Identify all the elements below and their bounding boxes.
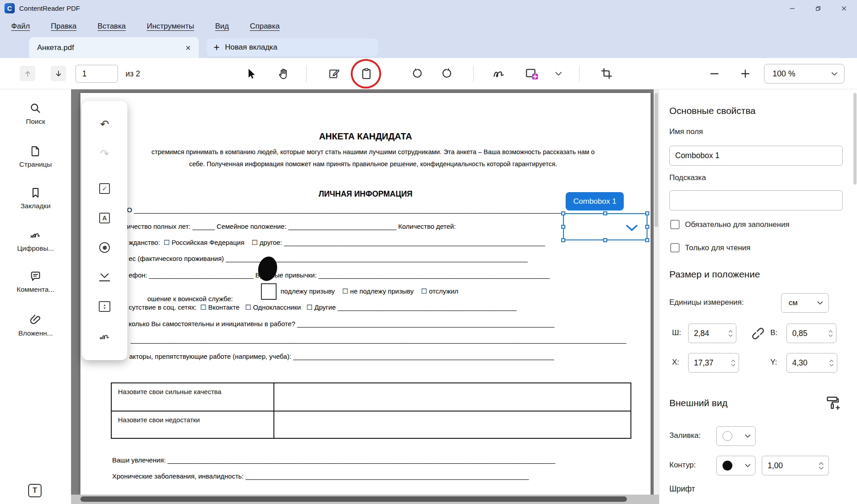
maximize-button[interactable]	[805, 0, 831, 17]
crop-tool-button[interactable]	[599, 66, 614, 81]
zoom-out-button[interactable]	[706, 66, 722, 81]
units-select[interactable]: см	[781, 293, 829, 313]
page-down-button[interactable]	[50, 66, 66, 81]
required-checkbox[interactable]	[670, 220, 680, 229]
checkbox-tool-icon: ✓	[99, 183, 110, 194]
radio-dot	[103, 246, 107, 250]
hand-tool-button[interactable]	[276, 66, 291, 81]
rotate-right-button[interactable]	[439, 66, 455, 81]
stroke-color-swatch	[723, 461, 732, 470]
sidebar-item-search[interactable]: Поиск	[0, 102, 71, 126]
width-input[interactable]: 2,84	[688, 323, 736, 343]
app-logo-icon: C	[4, 3, 15, 13]
doc-title: АНКЕТА КАНДИДАТА	[80, 131, 651, 142]
readonly-checkbox[interactable]	[670, 243, 680, 252]
undo-button[interactable]: ↶	[95, 114, 114, 134]
selection-handle[interactable]	[561, 225, 565, 229]
x-spinner[interactable]	[731, 360, 735, 366]
clipboard-tool-button[interactable]	[358, 66, 374, 81]
selection-handle[interactable]	[561, 238, 565, 242]
toolbar-separator	[473, 66, 474, 82]
combobox-field[interactable]	[563, 213, 647, 240]
check-glyph: ✓	[102, 185, 107, 192]
selection-handle[interactable]	[603, 238, 607, 242]
width-spinner[interactable]	[728, 330, 733, 337]
fill-color-select[interactable]	[716, 426, 756, 446]
zoom-level-value: 100 %	[773, 69, 795, 79]
menu-item-insert[interactable]: Вставка	[97, 22, 126, 31]
redo-button[interactable]: ↷	[95, 144, 114, 164]
sidebar-item-attachments[interactable]: Вложенн...	[0, 314, 71, 337]
y-input[interactable]: 4,30	[786, 353, 837, 373]
sidebar-item-pages[interactable]: Страницы	[0, 145, 71, 168]
checkbox-field-overlay[interactable]	[261, 283, 277, 300]
menu-item-file[interactable]: Файл	[11, 22, 30, 31]
unlink-dimensions-icon[interactable]	[750, 326, 765, 341]
spin-up-icon	[829, 360, 834, 362]
height-value: 0,85	[787, 329, 807, 338]
close-button[interactable]	[831, 0, 857, 17]
rotate-left-button[interactable]	[409, 66, 424, 81]
horizontal-scrollbar	[71, 495, 659, 504]
selection-handle[interactable]	[645, 238, 649, 242]
checkbox-tool-button[interactable]: ✓	[95, 179, 114, 198]
stroke-width-spinner[interactable]	[819, 462, 824, 470]
menu-item-tools[interactable]: Инструменты	[147, 22, 194, 31]
height-input[interactable]: 0,85	[786, 323, 836, 343]
menu-item-view[interactable]: Вид	[215, 22, 229, 31]
y-spinner[interactable]	[829, 360, 834, 366]
combobox-name-badge: Combobox 1	[566, 192, 624, 210]
draw-tool-button[interactable]	[491, 66, 506, 81]
selection-handle[interactable]	[645, 225, 649, 229]
x-input[interactable]: 17,37	[688, 353, 739, 373]
add-image-button[interactable]	[524, 66, 539, 81]
radio-button-tool-button[interactable]	[95, 238, 114, 257]
arrow-down-icon	[54, 69, 63, 78]
minimize-button[interactable]	[779, 0, 805, 17]
vertical-scrollbar-thumb[interactable]	[655, 93, 658, 227]
menu-item-edit[interactable]: Правка	[51, 22, 76, 31]
zoom-level-select[interactable]: 100 %	[764, 64, 844, 84]
hint-input[interactable]	[669, 190, 843, 210]
sidebar-item-bookmarks[interactable]: Закладки	[0, 187, 71, 210]
triangle-down-glyph: ▼	[103, 307, 106, 310]
stroke-width-input[interactable]: 1,00	[762, 456, 829, 475]
edit-tool-button[interactable]	[326, 66, 342, 81]
tab-document[interactable]: Анкета.pdf ×	[29, 37, 199, 58]
sidebar-item-digital-signatures[interactable]: Цифровы...	[0, 228, 71, 252]
panel-scrollbar-thumb[interactable]	[853, 93, 857, 185]
doc-section-title: ЛИЧНАЯ ИНФОРМАЦИЯ	[80, 189, 651, 199]
selection-handle[interactable]	[645, 211, 649, 215]
horizontal-scrollbar-thumb[interactable]	[80, 496, 627, 502]
hint-label: Подсказка	[669, 173, 706, 182]
field-name-label: Имя поля	[669, 127, 703, 136]
combobox-tool-button[interactable]	[95, 267, 114, 287]
selection-handle[interactable]	[603, 211, 607, 215]
new-tab-button[interactable]: + Новая вкладка	[206, 38, 378, 56]
menu-item-help[interactable]: Справка	[250, 22, 280, 31]
copy-appearance-icon[interactable]	[825, 395, 840, 410]
signature-tool-button[interactable]	[95, 327, 114, 346]
sidebar-item-label: Закладки	[0, 202, 71, 210]
listbox-tool-button[interactable]: ▲▼	[95, 297, 114, 316]
sidebar-item-label: Страницы	[0, 160, 71, 168]
select-tool-button[interactable]	[243, 66, 258, 81]
page-number-input[interactable]	[76, 65, 118, 83]
stroke-label: Контур:	[669, 461, 696, 470]
field-name-input[interactable]	[669, 146, 843, 166]
search-icon	[29, 102, 42, 114]
sidebar-item-comments[interactable]: Коммента...	[0, 270, 71, 294]
form-tools-palette: ↶ ↷ ✓ A ▲▼	[82, 101, 127, 360]
text-tool-icon[interactable]: T	[28, 484, 42, 497]
spin-down-icon	[728, 334, 733, 337]
page-up-button[interactable]	[20, 66, 35, 81]
form-line-social: сутствие в соц. сетях: ☐ Вконтакте ☐ Одн…	[129, 303, 631, 311]
tab-close-icon[interactable]: ×	[185, 43, 191, 52]
zoom-in-button[interactable]	[737, 66, 753, 81]
selection-handle[interactable]	[561, 211, 565, 215]
text-field-tool-button[interactable]: A	[95, 208, 114, 228]
tools-expand-button[interactable]	[553, 66, 564, 81]
stroke-color-select[interactable]	[716, 456, 756, 475]
chevron-down-icon	[817, 301, 823, 305]
height-spinner[interactable]	[828, 330, 833, 337]
